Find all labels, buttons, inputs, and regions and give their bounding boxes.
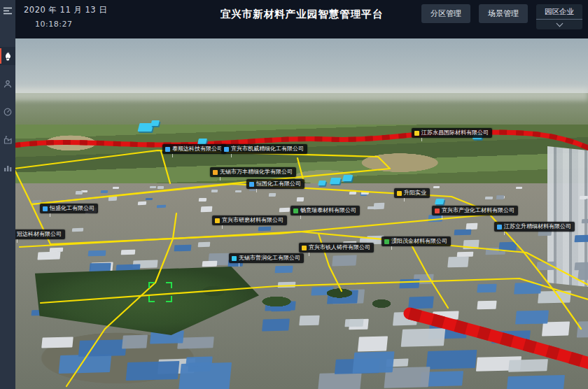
header-actions: 分区管理 场景管理 园区企业 <box>421 4 582 29</box>
company-label[interactable]: 江苏立升精细材料有限公司 <box>494 222 575 232</box>
map-viewport[interactable]: 泰顺达科技有限公司宜兴市凯威精细化工有限公司无锡市万丰精细化学有限公司恒国化工有… <box>15 38 588 389</box>
flame-icon <box>4 51 12 61</box>
company-icon <box>293 208 298 213</box>
company-icon <box>435 208 440 213</box>
company-name: 升阳实业 <box>404 190 426 196</box>
company-label[interactable]: 恒盛化工有限公司 <box>40 204 98 213</box>
gauge-icon <box>4 108 12 116</box>
company-name: 畅意瑞泰材料有限公司 <box>300 208 356 213</box>
sidebar-item-dashboard[interactable] <box>0 103 15 121</box>
zone-manage-button[interactable]: 分区管理 <box>421 4 470 23</box>
company-label[interactable]: 溧阳茂金材料有限公司 <box>382 236 451 246</box>
company-label[interactable]: 宜兴市铁人铸件有限公司 <box>299 243 374 253</box>
company-name: 江苏永昌国际材料有限公司 <box>421 130 489 136</box>
park-enterprise-dropdown[interactable]: 园区企业 <box>536 4 582 29</box>
company-label[interactable]: 畅意瑞泰材料有限公司 <box>290 206 360 215</box>
app-root: 泰顺达科技有限公司宜兴市凯威精细化工有限公司无锡市万丰精细化学有限公司恒国化工有… <box>0 0 588 389</box>
company-icon <box>384 239 389 244</box>
company-name: 宜兴市研磨材料有限公司 <box>222 218 284 223</box>
company-name: 泰顺达科技有限公司 <box>172 146 223 152</box>
company-name: 无锡市万丰精细化学有限公司 <box>220 169 293 175</box>
company-name: 宜兴市产业化工材料有限公司 <box>442 208 514 213</box>
road-top-vertical-2 <box>298 158 304 182</box>
company-label[interactable]: 宜兴市凯威精细化工有限公司 <box>221 144 307 154</box>
road-long-1 <box>20 232 588 285</box>
road-top-vertical-1 <box>161 151 170 183</box>
company-label[interactable]: 宜兴市研磨材料有限公司 <box>212 215 287 225</box>
company-name: 冠达科材有限公司 <box>17 232 62 237</box>
park-enterprise-label: 园区企业 <box>536 7 582 20</box>
company-label[interactable]: 恒国化工有限公司 <box>246 179 304 189</box>
company-icon <box>165 147 170 152</box>
road-mid-vertical-2 <box>410 241 448 308</box>
chevron-down-icon <box>556 20 563 27</box>
highlighted-building[interactable] <box>342 175 353 181</box>
company-name: 溧阳茂金材料有限公司 <box>391 239 447 244</box>
company-icon <box>213 170 218 175</box>
company-name: 无锡市普润化工有限公司 <box>239 255 300 261</box>
company-name: 江苏立升精细材料有限公司 <box>504 224 571 229</box>
sidebar-item-personnel[interactable] <box>0 75 15 93</box>
company-icon <box>232 256 237 261</box>
company-name: 恒盛化工有限公司 <box>50 206 94 211</box>
company-icon <box>414 131 419 136</box>
company-name: 宜兴市铁人铸件有限公司 <box>309 245 370 250</box>
company-icon <box>302 246 307 250</box>
sidebar-item-enterprise[interactable] <box>0 131 15 149</box>
company-label[interactable]: 无锡市万丰精细化学有限公司 <box>210 167 296 177</box>
bar-chart-icon <box>4 164 13 172</box>
company-name: 宜兴市凯威精细化工有限公司 <box>231 146 304 152</box>
scene-manage-button[interactable]: 场景管理 <box>479 4 528 23</box>
company-label[interactable]: 无锡市普润化工有限公司 <box>229 253 304 263</box>
sidebar-item-fire-monitor[interactable] <box>0 47 15 65</box>
topbar: 2020 年 11 月 13 日 10:18:27 宜兴市新材料产业园智慧管理平… <box>15 0 588 38</box>
sidebar <box>0 0 15 389</box>
map-world: 泰顺达科技有限公司宜兴市凯威精细化工有限公司无锡市万丰精细化学有限公司恒国化工有… <box>15 38 588 389</box>
company-icon <box>497 225 502 229</box>
company-icon <box>249 182 254 187</box>
sidebar-item-statistics[interactable] <box>0 159 15 177</box>
user-icon <box>4 80 12 88</box>
company-icon <box>215 218 220 223</box>
factory-icon <box>4 136 13 144</box>
company-icon <box>43 206 48 211</box>
company-label[interactable]: 升阳实业 <box>394 188 430 198</box>
company-name: 恒国化工有限公司 <box>256 181 301 187</box>
selection-box <box>148 282 172 302</box>
highlighted-building[interactable] <box>150 120 160 126</box>
company-icon <box>224 147 229 152</box>
highlighted-building[interactable] <box>197 139 207 144</box>
company-label[interactable]: 冠达科材有限公司 <box>15 229 65 239</box>
highlighted-building[interactable] <box>435 199 444 204</box>
highlighted-building[interactable] <box>330 178 341 184</box>
highlighted-building[interactable] <box>318 181 326 185</box>
menu-icon[interactable] <box>0 3 15 17</box>
company-label[interactable]: 江苏永昌国际材料有限公司 <box>412 128 492 138</box>
road-long-2 <box>41 278 588 303</box>
company-label[interactable]: 泰顺达科技有限公司 <box>162 144 226 154</box>
company-label[interactable]: 宜兴市产业化工材料有限公司 <box>432 206 518 215</box>
company-icon <box>397 191 402 196</box>
